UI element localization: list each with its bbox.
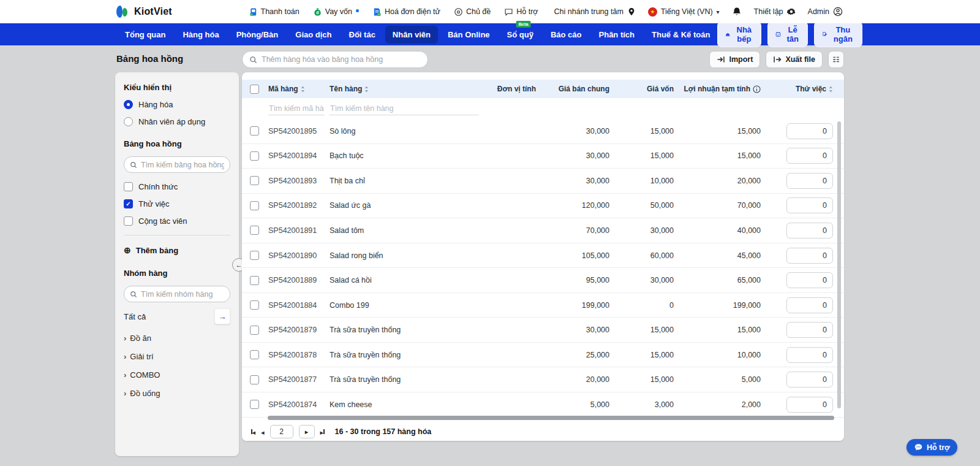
- product-group-do-an[interactable]: Đồ ăn: [124, 334, 230, 343]
- row-checkbox[interactable]: [250, 151, 259, 161]
- previous-page-button[interactable]: [261, 426, 265, 437]
- cost-cell: 15,000: [609, 351, 674, 359]
- row-checkbox[interactable]: [250, 176, 259, 185]
- trial-commission-input[interactable]: [786, 297, 833, 313]
- sort-icon: [301, 86, 305, 93]
- row-checkbox[interactable]: [250, 300, 259, 310]
- nav-item-so-quy[interactable]: Sổ quỹ: [500, 26, 541, 44]
- all-groups-row[interactable]: Tất cả: [124, 308, 230, 324]
- checkbox[interactable]: [124, 199, 133, 208]
- commission-table-search-input[interactable]: [141, 161, 224, 169]
- last-page-button[interactable]: [320, 426, 325, 437]
- quick-button-nha-bep[interactable]: Nhà bếp: [717, 21, 761, 47]
- row-checkbox[interactable]: [250, 400, 259, 409]
- add-table-button[interactable]: Thêm bảng: [124, 245, 230, 255]
- product-group-label: Đồ ăn: [130, 334, 151, 343]
- topbar-link-vay-von[interactable]: đVay vốn: [313, 7, 359, 17]
- export-button[interactable]: Xuất file: [766, 51, 823, 68]
- trial-commission-input[interactable]: [786, 148, 833, 164]
- trial-commission-input[interactable]: [786, 223, 833, 239]
- trial-commission-input[interactable]: [786, 123, 833, 139]
- brand[interactable]: KiotViet: [115, 4, 172, 19]
- product-group-search-input[interactable]: [141, 290, 224, 299]
- branch-selector[interactable]: Chi nhánh trung tâm: [554, 7, 636, 16]
- search-icon: [249, 56, 257, 64]
- settings-menu[interactable]: Thiết lập: [754, 7, 796, 16]
- checkbox[interactable]: [124, 182, 133, 191]
- row-checkbox[interactable]: [250, 201, 259, 210]
- select-all-checkbox[interactable]: [250, 85, 259, 94]
- column-header-code[interactable]: Mã hàng: [268, 85, 330, 93]
- product-group-combo[interactable]: COMBO: [124, 370, 230, 380]
- radio-option-nhan-vien-ap-dung[interactable]: Nhân viên áp dụng: [124, 117, 230, 126]
- import-button[interactable]: Import: [709, 51, 760, 68]
- topbar-link-thanh-toan[interactable]: Thanh toán: [249, 7, 300, 17]
- radio-button[interactable]: [124, 117, 133, 126]
- row-checkbox[interactable]: [250, 326, 259, 335]
- product-group-giai-tri[interactable]: Giải trí: [124, 352, 230, 361]
- trial-commission-input[interactable]: [786, 197, 833, 213]
- next-page-button[interactable]: [299, 425, 315, 438]
- trial-commission-input[interactable]: [786, 248, 833, 264]
- nav-item-bao-cao[interactable]: Báo cáo: [543, 26, 589, 44]
- trial-commission-input[interactable]: [786, 347, 833, 363]
- nav-item-tong-quan[interactable]: Tổng quan: [118, 26, 173, 44]
- horizontal-scrollbar[interactable]: [268, 416, 834, 420]
- row-checkbox[interactable]: [250, 126, 259, 136]
- column-header-name[interactable]: Tên hàng: [330, 85, 458, 93]
- column-header-trial[interactable]: Thử việc: [761, 85, 833, 93]
- topbar-link-chu-de[interactable]: Chủ đề: [454, 7, 491, 17]
- user-menu[interactable]: Admin: [808, 7, 843, 17]
- radio-button[interactable]: [124, 100, 133, 109]
- nav-item-ban-online[interactable]: Bán Online: [440, 26, 497, 44]
- topbar-link-ho-tro[interactable]: Hỗ trợBeta: [504, 7, 538, 17]
- name-filter-input[interactable]: [330, 102, 479, 115]
- vertical-scrollbar[interactable]: [837, 121, 841, 408]
- checkbox-option-chinh-thuc[interactable]: Chính thức: [124, 182, 230, 191]
- nav-item-thue-ke-toan[interactable]: Thuế & Kế toán: [644, 26, 717, 44]
- quick-button-thu-ngan[interactable]: Thu ngân: [814, 21, 862, 47]
- product-code-cell: SP542001879: [268, 326, 330, 334]
- first-page-button[interactable]: [251, 426, 255, 437]
- profit-cell: 65,000: [674, 276, 761, 285]
- info-icon[interactable]: [753, 85, 761, 93]
- add-product-search-input[interactable]: [262, 55, 421, 64]
- product-group-do-uong[interactable]: Đồ uống: [124, 389, 230, 398]
- row-checkbox[interactable]: [250, 375, 259, 384]
- nav-item-phong-ban[interactable]: Phòng/Bàn: [229, 26, 286, 44]
- current-page-box[interactable]: 2: [270, 425, 293, 438]
- trial-commission-input[interactable]: [786, 272, 833, 288]
- checkbox-option-thu-viec[interactable]: Thử việc: [124, 199, 230, 208]
- row-checkbox[interactable]: [250, 251, 259, 260]
- topbar-link-hoa-don-dien-tu[interactable]: Hoá đơn điện tử: [372, 7, 440, 17]
- code-filter-input[interactable]: [268, 102, 325, 115]
- column-settings-button[interactable]: [828, 51, 844, 68]
- column-header-label: Mã hàng: [268, 85, 298, 93]
- radio-label: Hàng hóa: [138, 100, 173, 109]
- bell-icon[interactable]: [732, 7, 742, 17]
- trial-commission-input[interactable]: [786, 173, 833, 189]
- nav-item-giao-dich[interactable]: Giao dịch: [288, 26, 339, 44]
- language-selector[interactable]: Tiếng Việt (VN): [648, 7, 720, 17]
- support-button[interactable]: Hỗ trợ: [907, 439, 957, 456]
- arrow-right-button[interactable]: [214, 308, 230, 324]
- checkbox[interactable]: [124, 216, 133, 226]
- nav-item-hang-hoa[interactable]: Hàng hóa: [175, 26, 226, 44]
- row-checkbox[interactable]: [250, 226, 259, 235]
- trial-commission-input[interactable]: [786, 397, 833, 413]
- checkbox-option-cong-tac-vien[interactable]: Cộng tác viên: [124, 216, 230, 226]
- trial-commission-input[interactable]: [786, 322, 833, 338]
- columns-icon: [832, 55, 840, 64]
- location-pin-icon: [627, 7, 636, 16]
- product-name-cell: Bạch tuộc: [330, 151, 458, 160]
- row-checkbox[interactable]: [250, 276, 259, 285]
- nav-item-nhan-vien[interactable]: Nhân viên: [385, 26, 438, 44]
- row-checkbox[interactable]: [250, 350, 259, 359]
- radio-option-hang-hoa[interactable]: Hàng hóa: [124, 100, 230, 109]
- quick-button-le-tan[interactable]: Lễ tân: [767, 21, 809, 47]
- nav-item-phan-tich[interactable]: Phân tích: [592, 26, 643, 44]
- table-row: SP542001889Salad cá hồi95,00030,00065,00…: [242, 268, 844, 293]
- trial-commission-input[interactable]: [786, 372, 833, 388]
- nav-item-doi-tac[interactable]: Đối tác: [342, 26, 383, 44]
- price-cell: 30,000: [536, 177, 609, 185]
